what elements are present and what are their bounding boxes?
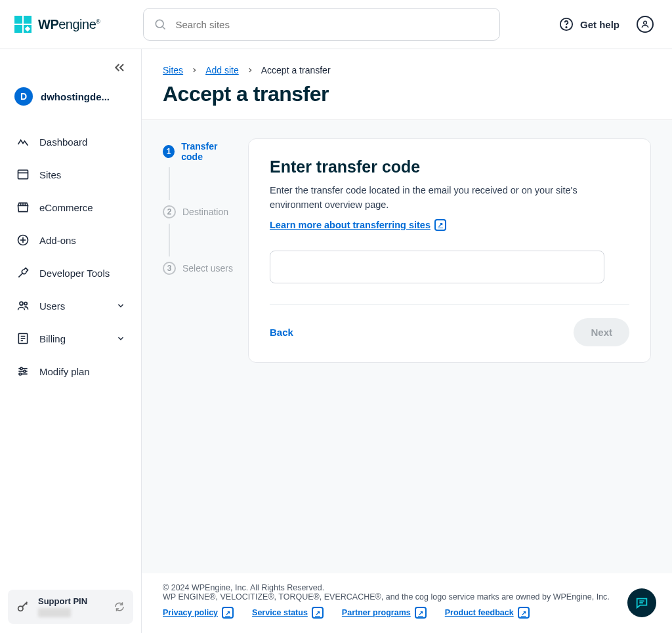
sliders-icon xyxy=(16,364,30,378)
chevron-down-icon xyxy=(116,334,125,343)
external-link-icon: ↗ xyxy=(222,607,234,619)
external-link-icon: ↗ xyxy=(518,607,530,619)
search-input[interactable] xyxy=(175,19,490,30)
step-destination: 2 Destination xyxy=(163,205,236,218)
svg-line-1 xyxy=(163,27,165,30)
sidebar-item-label: Modify plan xyxy=(39,366,90,377)
step-number: 3 xyxy=(163,262,176,275)
users-icon xyxy=(16,298,30,313)
sites-icon xyxy=(16,167,30,182)
footer-copyright: © 2024 WPEngine, Inc. All Rights Reserve… xyxy=(163,583,651,592)
learn-more-link[interactable]: Learn more about transferring sites ↗ xyxy=(270,219,446,231)
divider xyxy=(270,304,629,305)
sidebar-item-modify-plan[interactable]: Modify plan xyxy=(0,355,141,388)
breadcrumb: Sites Add site Accept a transfer xyxy=(163,65,651,75)
svg-point-23 xyxy=(24,370,26,372)
key-icon xyxy=(16,600,30,614)
transfer-code-card: Enter transfer code Enter the transfer c… xyxy=(248,138,651,363)
footer-link-partner[interactable]: Partner programs↗ xyxy=(342,607,427,619)
footer-link-feedback[interactable]: Product feedback↗ xyxy=(445,607,530,619)
external-link-icon: ↗ xyxy=(312,607,324,619)
step-connector xyxy=(169,167,170,200)
sidebar: D dwhostingde... Dashboard Sites eCommer… xyxy=(0,49,142,633)
footer-link-privacy[interactable]: Privacy policy↗ xyxy=(163,607,234,619)
card-body-text: Enter the transfer code located in the e… xyxy=(270,183,629,213)
collapse-sidebar-button[interactable] xyxy=(114,62,127,73)
sidebar-item-label: Sites xyxy=(39,169,61,180)
card-title: Enter transfer code xyxy=(270,157,629,176)
top-header: WPengine® Get help xyxy=(0,0,672,49)
ecommerce-icon xyxy=(16,200,30,214)
breadcrumb-add-site[interactable]: Add site xyxy=(205,65,239,75)
addons-icon xyxy=(16,233,30,247)
account-name: dwhostingde... xyxy=(41,91,110,102)
support-pin-value xyxy=(38,608,71,617)
back-button[interactable]: Back xyxy=(270,327,293,338)
svg-point-24 xyxy=(19,373,21,375)
external-link-icon: ↗ xyxy=(415,607,427,619)
footer-link-status[interactable]: Service status↗ xyxy=(252,607,324,619)
get-help-button[interactable]: Get help xyxy=(559,17,620,31)
sidebar-item-billing[interactable]: Billing xyxy=(0,322,141,355)
main-content: Sites Add site Accept a transfer Accept … xyxy=(142,49,672,633)
get-help-label: Get help xyxy=(580,19,620,30)
footer-trademark: WP ENGINE®, VELOCITIZE®, TORQUE®, EVERCA… xyxy=(163,592,651,602)
refresh-icon[interactable] xyxy=(114,601,125,613)
chevron-down-icon xyxy=(116,301,125,310)
wrench-icon xyxy=(16,266,30,280)
svg-rect-5 xyxy=(18,170,28,178)
breadcrumb-sites[interactable]: Sites xyxy=(163,65,183,75)
sidebar-item-label: Add-ons xyxy=(39,235,76,246)
svg-point-25 xyxy=(18,606,23,611)
dashboard-icon xyxy=(16,134,30,149)
stepper: 1 Transfer code 2 Destination 3 Select u… xyxy=(163,138,236,573)
logo-text: WPengine® xyxy=(38,17,100,32)
step-number: 2 xyxy=(163,205,176,218)
svg-point-4 xyxy=(644,21,647,24)
user-avatar-icon[interactable] xyxy=(637,16,654,33)
sidebar-item-label: Dashboard xyxy=(39,136,87,148)
svg-point-22 xyxy=(20,367,22,369)
svg-point-14 xyxy=(24,302,27,305)
next-button[interactable]: Next xyxy=(574,318,629,346)
svg-point-0 xyxy=(156,20,164,28)
svg-point-13 xyxy=(20,302,23,305)
step-connector xyxy=(169,224,170,256)
breadcrumb-current: Accept a transfer xyxy=(261,65,331,75)
sidebar-item-addons[interactable]: Add-ons xyxy=(0,224,141,256)
step-select-users: 3 Select users xyxy=(163,262,236,275)
transfer-code-input[interactable] xyxy=(270,251,604,283)
sidebar-item-ecommerce[interactable]: eCommerce xyxy=(0,191,141,224)
search-icon xyxy=(153,17,167,31)
chat-button[interactable] xyxy=(627,588,656,617)
sidebar-item-label: eCommerce xyxy=(39,202,93,213)
page-title: Accept a transfer xyxy=(163,82,651,106)
logo[interactable]: WPengine® xyxy=(14,16,100,33)
sidebar-item-sites[interactable]: Sites xyxy=(0,158,141,191)
external-link-icon: ↗ xyxy=(434,219,446,231)
chevron-right-icon xyxy=(247,67,253,73)
sidebar-item-devtools[interactable]: Developer Tools xyxy=(0,256,141,289)
logo-icon xyxy=(14,16,32,33)
billing-icon xyxy=(16,331,30,346)
svg-point-3 xyxy=(566,27,566,28)
sidebar-item-users[interactable]: Users xyxy=(0,289,141,322)
sidebar-item-label: Users xyxy=(39,300,65,312)
step-label: Select users xyxy=(182,263,233,274)
sidebar-item-dashboard[interactable]: Dashboard xyxy=(0,125,141,158)
step-number: 1 xyxy=(163,145,175,158)
step-transfer-code[interactable]: 1 Transfer code xyxy=(163,141,236,162)
account-switcher[interactable]: D dwhostingde... xyxy=(0,87,141,106)
sidebar-item-label: Developer Tools xyxy=(39,268,110,279)
help-icon xyxy=(559,17,574,31)
page-header: Sites Add site Accept a transfer Accept … xyxy=(142,49,672,119)
support-pin-label: Support PIN xyxy=(38,596,87,606)
sidebar-item-label: Billing xyxy=(39,333,66,344)
nav-list: Dashboard Sites eCommerce Add-ons Develo… xyxy=(0,121,141,392)
step-label: Transfer code xyxy=(181,141,236,162)
account-avatar: D xyxy=(14,87,33,106)
step-label: Destination xyxy=(182,207,228,217)
learn-more-label: Learn more about transferring sites xyxy=(270,220,430,230)
support-pin-card[interactable]: Support PIN xyxy=(8,590,133,624)
search-box[interactable] xyxy=(143,8,500,41)
